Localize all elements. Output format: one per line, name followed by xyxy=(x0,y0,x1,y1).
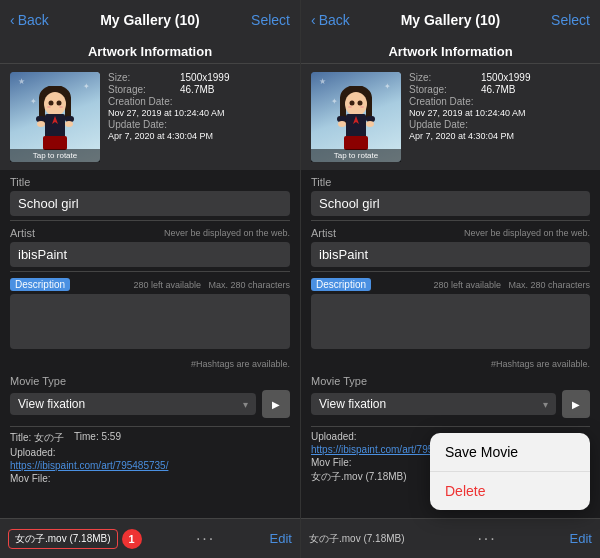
form-body-left: Title Artist Never be displayed on the w… xyxy=(0,170,300,518)
artist-input-left[interactable] xyxy=(10,242,290,267)
back-label-left: Back xyxy=(18,12,49,28)
uploaded-row-label-left: Uploaded: xyxy=(10,447,56,458)
title-input-right[interactable] xyxy=(311,191,590,216)
context-menu-right: Save Movie Delete xyxy=(430,433,590,510)
edit-button-left[interactable]: Edit xyxy=(270,531,292,546)
movie-select-value-right: View fixation xyxy=(319,397,539,411)
size-value-right: 1500x1999 xyxy=(481,72,531,83)
update-label-left: Update Date: xyxy=(108,119,178,130)
page-title-left: Artwork Information xyxy=(0,40,300,64)
play-icon-right xyxy=(572,399,580,410)
storage-value-right: 46.7MB xyxy=(481,84,515,95)
tap-rotate-left: Tap to rotate xyxy=(10,149,100,162)
update-value-left: Apr 7, 2020 at 4:30:04 PM xyxy=(108,131,213,141)
page-title-right: Artwork Information xyxy=(301,40,600,64)
delete-item[interactable]: Delete xyxy=(430,472,590,510)
select-button-left[interactable]: Select xyxy=(251,12,290,28)
desc-textarea-left[interactable] xyxy=(10,294,290,349)
anime-figure-left xyxy=(29,86,81,154)
desc-label-left: Description 280 left available Max. 280 … xyxy=(10,278,290,291)
play-button-left[interactable] xyxy=(262,390,290,418)
size-label-right: Size: xyxy=(409,72,479,83)
svg-point-18 xyxy=(345,92,367,116)
play-button-right[interactable] xyxy=(562,390,590,418)
movie-type-row-left: View fixation xyxy=(10,390,290,418)
desc-section-left: Description 280 left available Max. 280 … xyxy=(0,272,300,357)
more-dots-left[interactable]: ··· xyxy=(196,530,215,548)
artist-section-left: Artist Never be displayed on the web. xyxy=(0,221,300,271)
badge-left: 1 xyxy=(122,529,142,549)
movie-select-left[interactable]: View fixation xyxy=(10,393,256,415)
movie-chevron-left xyxy=(243,399,248,410)
desc-label-right: Description 280 left available Max. 280 … xyxy=(311,278,590,291)
nav-bar-left: Back My Gallery (10) Select xyxy=(0,0,300,40)
svg-point-29 xyxy=(366,121,374,127)
movie-section-right: Movie Type View fixation xyxy=(301,371,600,422)
hashtag-hint-right: #Hashtags are available. xyxy=(301,357,600,371)
movie-type-label-right: Movie Type xyxy=(311,375,590,387)
creation-label-right: Creation Date: xyxy=(409,96,479,107)
title-section-right: Title xyxy=(301,170,600,220)
svg-point-3 xyxy=(44,92,66,116)
time-label-left: Time: 5:59 xyxy=(74,431,121,445)
desc-chars-left: 280 left available Max. 280 characters xyxy=(133,280,290,290)
upload-link-left[interactable]: https://ibispaint.com/art/795485735/ xyxy=(10,460,290,471)
artwork-info-left: Size: 1500x1999 Storage: 46.7MB Creation… xyxy=(108,72,290,162)
left-panel: Back My Gallery (10) Select Artwork Info… xyxy=(0,0,300,558)
size-label-left: Size: xyxy=(108,72,178,83)
back-button-right[interactable]: Back xyxy=(311,12,350,28)
mov-label-left: Mov File: xyxy=(10,473,290,484)
back-icon-left xyxy=(10,12,15,28)
uploaded-label-left: Title: 女の子 xyxy=(10,431,64,445)
right-panel: Back My Gallery (10) Select Artwork Info… xyxy=(300,0,600,558)
svg-point-21 xyxy=(348,106,352,108)
star-deco: ★ xyxy=(18,77,25,86)
star-deco-r: ★ xyxy=(319,77,326,86)
anime-figure-right xyxy=(330,86,382,154)
movie-section-left: Movie Type View fixation xyxy=(0,371,300,422)
svg-point-19 xyxy=(350,101,355,106)
svg-point-6 xyxy=(47,106,51,108)
svg-point-14 xyxy=(65,121,73,127)
size-value-left: 1500x1999 xyxy=(180,72,230,83)
desc-textarea-right[interactable] xyxy=(311,294,590,349)
artwork-header-left: ★ ✦ ✦ xyxy=(0,64,300,170)
svg-point-7 xyxy=(59,106,63,108)
title-label-right: Title xyxy=(311,176,590,188)
desc-section-right: Description 280 left available Max. 280 … xyxy=(301,272,600,357)
artist-input-right[interactable] xyxy=(311,242,590,267)
select-button-right[interactable]: Select xyxy=(551,12,590,28)
movie-select-right[interactable]: View fixation xyxy=(311,393,556,415)
svg-point-13 xyxy=(37,121,45,127)
movie-type-label-left: Movie Type xyxy=(10,375,290,387)
artist-section-right: Artist Never be displayed on the web. xyxy=(301,221,600,271)
artist-label-right: Artist Never be displayed on the web. xyxy=(311,227,590,239)
file-name-right: 女の子.mov (7.18MB) xyxy=(309,532,405,546)
star-deco2-r: ✦ xyxy=(384,82,391,91)
svg-point-20 xyxy=(358,101,363,106)
svg-point-28 xyxy=(338,121,346,127)
nav-title-right: My Gallery (10) xyxy=(401,12,501,28)
movie-select-value-left: View fixation xyxy=(18,397,239,411)
thumbnail-wrap-left: ★ ✦ ✦ xyxy=(10,72,100,162)
more-dots-right[interactable]: ··· xyxy=(477,530,496,548)
title-input-left[interactable] xyxy=(10,191,290,216)
update-value-right: Apr 7, 2020 at 4:30:04 PM xyxy=(409,131,514,141)
storage-value-left: 46.7MB xyxy=(180,84,214,95)
artist-label-left: Artist Never be displayed on the web. xyxy=(10,227,290,239)
title-section-left: Title xyxy=(0,170,300,220)
storage-label-left: Storage: xyxy=(108,84,178,95)
save-movie-item[interactable]: Save Movie xyxy=(430,433,590,472)
file-chip-left[interactable]: 女の子.mov (7.18MB) xyxy=(8,529,118,549)
movie-chevron-right xyxy=(543,399,548,410)
hashtag-hint-left: #Hashtags are available. xyxy=(0,357,300,371)
back-icon-right xyxy=(311,12,316,28)
svg-rect-10 xyxy=(43,136,67,150)
nav-title-left: My Gallery (10) xyxy=(100,12,200,28)
desc-chars-right: 280 left available Max. 280 characters xyxy=(433,280,590,290)
edit-button-right[interactable]: Edit xyxy=(570,531,592,546)
creation-value-left: Nov 27, 2019 at 10:24:40 AM xyxy=(108,108,225,118)
svg-point-4 xyxy=(49,101,54,106)
desc-badge-right: Description xyxy=(311,278,371,291)
back-button-left[interactable]: Back xyxy=(10,12,49,28)
